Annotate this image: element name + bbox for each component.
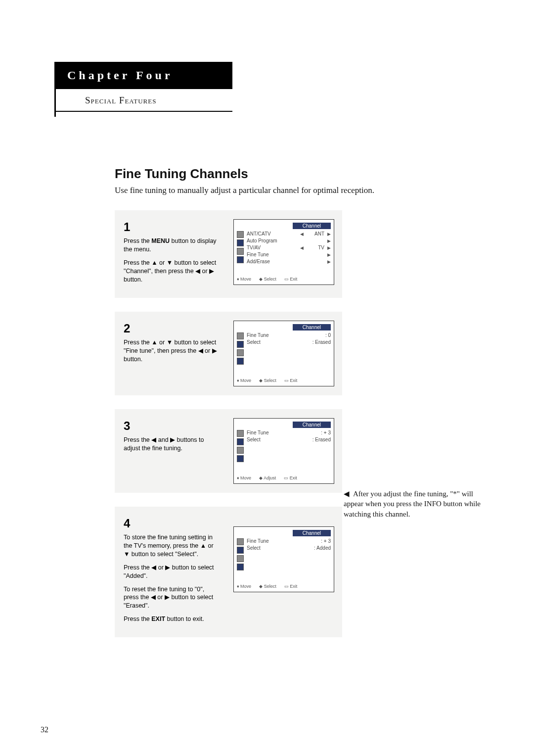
page-number: 32	[41, 725, 48, 734]
menu-icon: ▭	[284, 277, 290, 282]
picture-icon	[237, 332, 244, 339]
osd-4-list: Fine Tune: + 3 Select: Added	[247, 538, 331, 581]
step-4-number: 4	[124, 516, 218, 531]
leftright-icon: ◆	[259, 277, 264, 282]
chapter-title: Chapter Four	[54, 62, 232, 89]
channel-icon	[237, 447, 244, 454]
step-1: 1 Press the MENU button to display the m…	[115, 210, 342, 298]
step-4-p4-post: button to exit.	[165, 615, 204, 622]
osd-sidebar-icons	[237, 430, 244, 472]
picture-icon	[237, 231, 244, 238]
menu-icon: ▭	[284, 584, 290, 589]
step-1-p1-bold: MENU	[151, 237, 170, 244]
sound-icon	[237, 341, 244, 348]
menu-icon: ▭	[284, 378, 290, 383]
setup-icon	[237, 455, 244, 462]
osd-screenshot-1: Channel ANT/CATV◀ANT▶ Auto Program▶ TV/A…	[233, 219, 334, 285]
step-2: 2 Press the ▲ or ▼ button to select "Fin…	[115, 312, 342, 395]
note-arrow-icon: ◀	[344, 490, 350, 498]
osd-3-footer: ♦ Move ◆ Adjust ▭ Exit	[237, 475, 331, 480]
osd-1-title: Channel	[293, 223, 331, 229]
step-1-p2: Press the ▲ or ▼ button to select "Chann…	[124, 259, 218, 284]
step-4-text: 4 To store the fine tuning setting in th…	[124, 516, 218, 628]
leftright-icon: ◆	[259, 475, 264, 480]
osd-screenshot-4: Channel Fine Tune: + 3 Select: Added ♦	[233, 526, 334, 592]
osd-2-footer: ♦ Move ◆ Select ▭ Exit	[237, 378, 331, 383]
osd-2-title: Channel	[293, 324, 331, 331]
step-3: 3 Press the ◀ and ▶ buttons to adjust th…	[115, 409, 342, 493]
osd-3-list: Fine Tune: + 3 Select: Erased	[247, 430, 331, 472]
step-3-number: 3	[124, 418, 218, 434]
osd-3-title: Channel	[293, 422, 331, 428]
leftright-icon: ◆	[259, 584, 264, 589]
step-4: 4 To store the fine tuning setting in th…	[115, 507, 342, 637]
section-intro: Use fine tuning to manually adjust a par…	[115, 186, 485, 195]
osd-sidebar-icons	[237, 332, 244, 375]
osd-2-list: Fine Tune: 0 Select: Erased	[247, 332, 331, 375]
osd-screenshot-3: Channel Fine Tune: + 3 Select: Erased ♦	[233, 418, 334, 484]
section-title: Fine Tuning Channels	[115, 166, 485, 182]
picture-icon	[237, 538, 244, 545]
step-4-p1: To store the fine tuning setting in the …	[124, 533, 218, 559]
channel-icon	[237, 349, 244, 356]
osd-sidebar-icons	[237, 231, 244, 274]
leftright-icon: ◆	[259, 378, 264, 383]
side-note-text: After you adjust the fine tuning, "*" wi…	[344, 490, 481, 518]
osd-screenshot-2: Channel Fine Tune: 0 Select: Erased	[233, 321, 334, 386]
main-content: Fine Tuning Channels Use fine tuning to …	[115, 166, 485, 637]
vertical-rule	[54, 62, 56, 117]
step-2-number: 2	[124, 321, 218, 336]
step-2-text: 2 Press the ▲ or ▼ button to select "Fin…	[124, 321, 218, 369]
osd-4-title: Channel	[293, 530, 331, 536]
sound-icon	[237, 438, 244, 445]
picture-icon	[237, 430, 244, 437]
step-3-text: 3 Press the ◀ and ▶ buttons to adjust th…	[124, 418, 218, 458]
page: Chapter Four Special Features Fine Tunin…	[0, 0, 534, 756]
step-4-p4-bold: EXIT	[151, 615, 165, 622]
osd-sidebar-icons	[237, 538, 244, 581]
setup-icon	[237, 358, 244, 365]
step-4-p2: Press the ◀ or ▶ button to select "Added…	[124, 564, 218, 580]
step-1-text: 1 Press the MENU button to display the m…	[124, 219, 218, 289]
menu-icon: ▭	[284, 475, 290, 480]
osd-1-list: ANT/CATV◀ANT▶ Auto Program▶ TV/AV◀TV▶ Fi…	[247, 231, 331, 274]
channel-icon	[237, 555, 244, 562]
channel-icon	[237, 248, 244, 255]
step-4-p4-pre: Press the	[124, 615, 151, 622]
sound-icon	[237, 239, 244, 246]
step-4-p3: To reset the fine tuning to "0", press t…	[124, 585, 218, 611]
osd-4-footer: ♦ Move ◆ Select ▭ Exit	[237, 584, 331, 589]
osd-1-footer: ♦ Move ◆ Select ▭ Exit	[237, 277, 331, 282]
setup-icon	[237, 256, 244, 263]
side-note: ◀ After you adjust the fine tuning, "*" …	[344, 489, 487, 519]
step-1-number: 1	[124, 219, 218, 235]
step-2-p1: Press the ▲ or ▼ button to select "Fine …	[124, 338, 218, 364]
step-1-p1-pre: Press the	[124, 237, 151, 244]
step-3-p1: Press the ◀ and ▶ buttons to adjust the …	[124, 436, 218, 453]
sound-icon	[237, 547, 244, 554]
setup-icon	[237, 564, 244, 570]
chapter-header-block: Chapter Four Special Features	[54, 62, 232, 112]
chapter-subtitle: Special Features	[54, 89, 232, 112]
